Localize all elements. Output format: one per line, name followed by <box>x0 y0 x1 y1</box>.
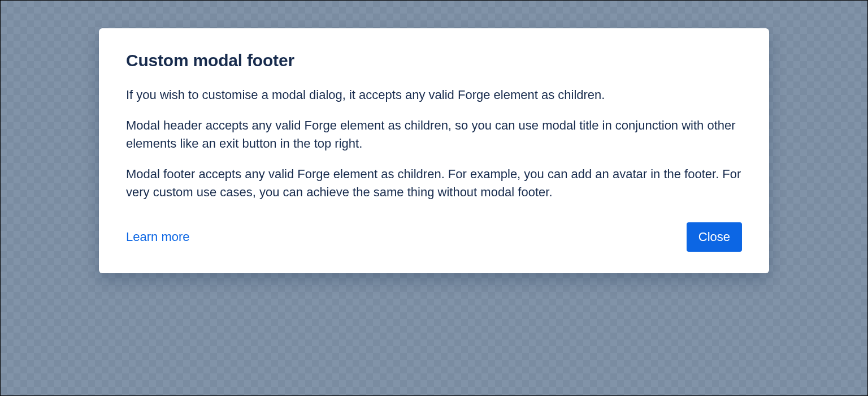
learn-more-link[interactable]: Learn more <box>126 230 190 244</box>
modal-paragraph: Modal header accepts any valid Forge ele… <box>126 117 742 153</box>
modal-title: Custom modal footer <box>126 51 742 70</box>
modal-paragraph: Modal footer accepts any valid Forge ele… <box>126 165 742 201</box>
modal-backdrop: Custom modal footer If you wish to custo… <box>0 0 868 396</box>
modal-dialog: Custom modal footer If you wish to custo… <box>99 28 769 273</box>
modal-paragraph: If you wish to customise a modal dialog,… <box>126 86 742 104</box>
close-button[interactable]: Close <box>687 222 742 252</box>
modal-body: If you wish to customise a modal dialog,… <box>126 86 742 201</box>
modal-footer: Learn more Close <box>126 222 742 252</box>
